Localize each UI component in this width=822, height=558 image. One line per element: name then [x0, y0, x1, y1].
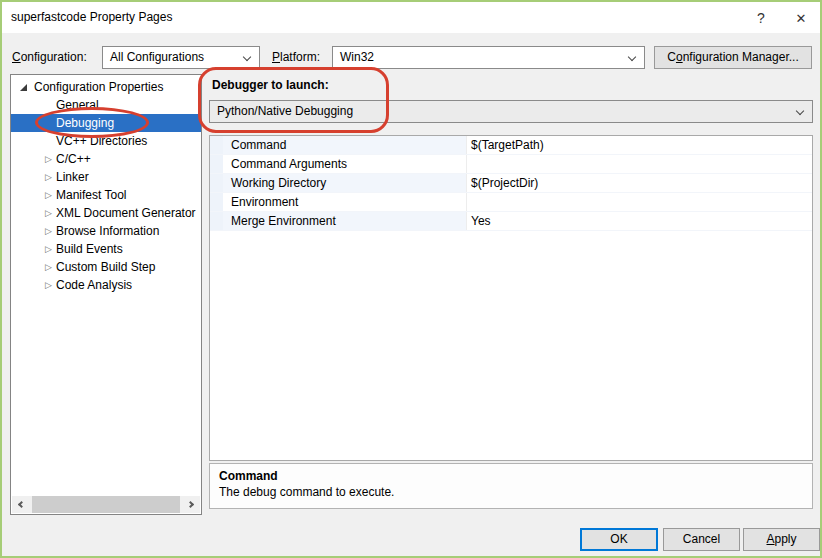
row-gutter	[210, 174, 223, 192]
chevron-down-icon	[796, 107, 804, 115]
tree-item-general[interactable]: General	[11, 96, 201, 114]
tree-item-label: General	[56, 98, 99, 112]
tree-item-label: Browse Information	[56, 224, 159, 238]
property-row-command-arguments[interactable]: Command Arguments	[210, 155, 812, 174]
debugger-dropdown-value: Python/Native Debugging	[217, 104, 353, 118]
tree-collapsed-icon[interactable]: ▷	[45, 276, 56, 294]
property-value[interactable]: $(ProjectDir)	[467, 174, 812, 192]
tree-item-label: Custom Build Step	[56, 260, 155, 274]
property-row-merge-environment[interactable]: Merge Environment Yes	[210, 212, 812, 231]
property-name: Merge Environment	[223, 212, 467, 230]
tree-item-label: Debugging	[56, 116, 114, 130]
tree-item-label: Code Analysis	[56, 278, 132, 292]
property-name: Command	[223, 136, 467, 154]
tree-item-xml-document-generator[interactable]: ▷ XML Document Generator	[11, 204, 201, 222]
property-pages-dialog: superfastcode Property Pages ? ✕ Configu…	[0, 0, 822, 558]
row-gutter	[210, 155, 223, 173]
tree-item-custom-build-step[interactable]: ▷ Custom Build Step	[11, 258, 201, 276]
cancel-button[interactable]: Cancel	[663, 528, 740, 551]
tree-item-debugging[interactable]: Debugging	[11, 114, 201, 132]
property-value[interactable]: Yes	[467, 212, 812, 230]
help-icon[interactable]: ?	[744, 2, 778, 33]
tree-item-build-events[interactable]: ▷ Build Events	[11, 240, 201, 258]
configuration-label: Configuration:	[12, 46, 87, 69]
debugger-to-launch-label: Debugger to launch:	[212, 77, 329, 93]
row-gutter	[210, 193, 223, 211]
title-bar[interactable]: superfastcode Property Pages ? ✕	[2, 2, 820, 33]
property-row-command[interactable]: Command $(TargetPath)	[210, 136, 812, 155]
property-value[interactable]	[467, 193, 812, 211]
platform-dropdown-value: Win32	[340, 50, 374, 64]
scroll-right-icon[interactable]	[183, 496, 200, 513]
tree-collapsed-icon[interactable]: ▷	[45, 222, 56, 240]
tree-expanded-icon[interactable]	[20, 84, 27, 91]
tree-item-label: Linker	[56, 170, 89, 184]
tree-item-c-cpp[interactable]: ▷ C/C++	[11, 150, 201, 168]
tree-item-configuration-properties[interactable]: Configuration Properties	[11, 78, 201, 96]
apply-button[interactable]: Apply	[743, 528, 820, 551]
tree-horizontal-scrollbar[interactable]	[12, 496, 200, 513]
scroll-left-icon[interactable]	[12, 496, 29, 513]
tree-collapsed-icon[interactable]: ▷	[45, 204, 56, 222]
property-row-environment[interactable]: Environment	[210, 193, 812, 212]
tree-item-manifest-tool[interactable]: ▷ Manifest Tool	[11, 186, 201, 204]
tree-item-code-analysis[interactable]: ▷ Code Analysis	[11, 276, 201, 294]
property-value[interactable]: $(TargetPath)	[467, 136, 812, 154]
configuration-tree-panel: Configuration Properties General Debuggi…	[10, 74, 202, 515]
property-name: Environment	[223, 193, 467, 211]
window-title: superfastcode Property Pages	[11, 2, 172, 33]
tree-collapsed-icon[interactable]: ▷	[45, 168, 56, 186]
configuration-dropdown[interactable]: All Configurations	[102, 46, 260, 69]
tree-item-label: XML Document Generator	[56, 206, 196, 220]
tree-collapsed-icon[interactable]: ▷	[45, 258, 56, 276]
close-icon[interactable]: ✕	[784, 2, 818, 33]
tree-item-label: C/C++	[56, 152, 91, 166]
tree-item-label: Build Events	[56, 242, 123, 256]
tree-collapsed-icon[interactable]: ▷	[45, 150, 56, 168]
description-title: Command	[219, 468, 803, 484]
property-value[interactable]	[467, 155, 812, 173]
property-grid: Command $(TargetPath) Command Arguments …	[209, 135, 813, 461]
tree-collapsed-icon[interactable]: ▷	[45, 186, 56, 204]
tree-item-vcpp-directories[interactable]: VC++ Directories	[11, 132, 201, 150]
tree-item-label: Configuration Properties	[34, 80, 163, 94]
ok-button[interactable]: OK	[580, 528, 658, 551]
platform-label: Platform:	[272, 46, 320, 69]
property-name: Working Directory	[223, 174, 467, 192]
row-gutter	[210, 212, 223, 230]
tree-collapsed-icon[interactable]: ▷	[45, 240, 56, 258]
platform-dropdown[interactable]: Win32	[332, 46, 645, 69]
tree-item-linker[interactable]: ▷ Linker	[11, 168, 201, 186]
property-description-box: Command The debug command to execute.	[209, 463, 813, 509]
chevron-down-icon	[628, 53, 636, 61]
description-text: The debug command to execute.	[219, 484, 803, 501]
chevron-down-icon	[243, 53, 251, 61]
tree-item-label: VC++ Directories	[56, 134, 147, 148]
scrollbar-thumb[interactable]	[32, 496, 180, 513]
debugger-to-launch-dropdown[interactable]: Python/Native Debugging	[209, 100, 813, 123]
tree-item-browse-information[interactable]: ▷ Browse Information	[11, 222, 201, 240]
property-name: Command Arguments	[223, 155, 467, 173]
property-row-working-directory[interactable]: Working Directory $(ProjectDir)	[210, 174, 812, 193]
configuration-manager-button[interactable]: Configuration Manager...	[654, 46, 812, 69]
tree-item-label: Manifest Tool	[56, 188, 126, 202]
row-gutter	[210, 136, 223, 154]
configuration-dropdown-value: All Configurations	[110, 50, 204, 64]
